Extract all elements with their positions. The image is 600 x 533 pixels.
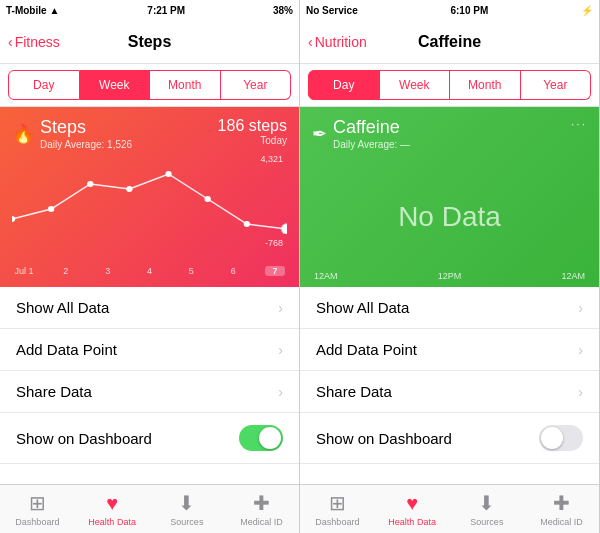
svg-point-1 — [48, 206, 54, 212]
time-label-start: 12AM — [314, 271, 338, 281]
add-data-point-right: › — [278, 342, 283, 358]
svg-point-3 — [126, 186, 132, 192]
add-data-point-label: Add Data Point — [16, 341, 117, 358]
medical-label-right: Medical ID — [540, 517, 583, 527]
caffeine-chart: ✒ Caffeine Daily Average: — ··· No Data … — [300, 107, 599, 287]
health-label-left: Health Data — [88, 517, 136, 527]
health-icon-right: ♥ — [406, 492, 418, 515]
status-right-right: ⚡ — [581, 5, 593, 16]
tab-day-left[interactable]: Day — [8, 70, 80, 100]
share-data-label: Share Data — [16, 383, 92, 400]
chart-max-label: 4,321 — [260, 154, 283, 164]
chart-value: 186 steps — [218, 117, 287, 135]
page-title-right: Caffeine — [418, 33, 481, 51]
tab-year-right[interactable]: Year — [521, 70, 592, 100]
page-title-left: Steps — [128, 33, 172, 51]
show-all-data-item-right[interactable]: Show All Data › — [300, 287, 599, 329]
bottom-tab-dashboard-right[interactable]: ⊞ Dashboard — [300, 485, 375, 533]
chart-min-label: -768 — [265, 238, 283, 248]
health-label-right: Health Data — [388, 517, 436, 527]
status-left: T-Mobile ▲ — [6, 5, 59, 16]
caffeine-title: Caffeine — [333, 117, 410, 138]
sources-icon-left: ⬇ — [178, 491, 195, 515]
caffeine-panel: No Service 6:10 PM ⚡ ‹ Nutrition Caffein… — [300, 0, 600, 533]
tab-week-left[interactable]: Week — [80, 70, 151, 100]
chart-value-area: 186 steps Today — [218, 117, 287, 146]
sources-icon-right: ⬇ — [478, 491, 495, 515]
status-right: 38% — [273, 5, 293, 16]
show-all-data-item-left[interactable]: Show All Data › — [0, 287, 299, 329]
dashboard-toggle-right[interactable] — [539, 425, 583, 451]
no-data-label: No Data — [312, 162, 587, 271]
time-label-mid: 12PM — [438, 271, 462, 281]
bottom-tab-sources-left[interactable]: ⬇ Sources — [150, 485, 225, 533]
back-button-right[interactable]: ‹ Nutrition — [308, 34, 367, 50]
signal-icon: ▲ — [50, 5, 60, 16]
nav-bar-right: ‹ Nutrition Caffeine — [300, 20, 599, 64]
chart-title: Steps — [40, 117, 132, 138]
x-label-6: 7 — [265, 266, 285, 276]
show-dashboard-item-left[interactable]: Show on Dashboard — [0, 413, 299, 464]
chevron-icon-r2: › — [578, 384, 583, 400]
svg-point-4 — [165, 171, 171, 177]
show-all-data-label: Show All Data — [16, 299, 109, 316]
caffeine-subtitle: Daily Average: — — [333, 139, 410, 150]
carrier-label: T-Mobile — [6, 5, 47, 16]
bottom-tab-health-right[interactable]: ♥ Health Data — [375, 485, 450, 533]
steps-chart: 🔥 Steps Daily Average: 1,526 186 steps T… — [0, 107, 299, 287]
svg-point-7 — [282, 224, 287, 234]
show-dashboard-item-right[interactable]: Show on Dashboard — [300, 413, 599, 464]
bottom-tab-medical-left[interactable]: ✚ Medical ID — [224, 485, 299, 533]
bottom-tab-bar-right: ⊞ Dashboard ♥ Health Data ⬇ Sources ✚ Me… — [300, 484, 599, 533]
bottom-tab-bar-left: ⊞ Dashboard ♥ Health Data ⬇ Sources ✚ Me… — [0, 484, 299, 533]
time-label: 7:21 PM — [147, 5, 185, 16]
tab-day-right[interactable]: Day — [308, 70, 380, 100]
svg-point-5 — [205, 196, 211, 202]
chevron-icon-r0: › — [578, 300, 583, 316]
more-icon[interactable]: ··· — [571, 117, 587, 131]
dashboard-label-right: Dashboard — [315, 517, 359, 527]
bottom-tab-sources-right[interactable]: ⬇ Sources — [450, 485, 525, 533]
x-label-2: 3 — [98, 266, 118, 276]
chart-subtitle: Daily Average: 1,526 — [40, 139, 132, 150]
status-bar-left: T-Mobile ▲ 7:21 PM 38% — [0, 0, 299, 20]
tab-month-left[interactable]: Month — [150, 70, 221, 100]
tab-bar-left: Day Week Month Year — [0, 64, 299, 107]
back-label: Fitness — [15, 34, 60, 50]
dashboard-label-left: Dashboard — [15, 517, 59, 527]
show-all-data-right-r: › — [578, 300, 583, 316]
share-data-right: › — [278, 384, 283, 400]
share-data-item-left[interactable]: Share Data › — [0, 371, 299, 413]
dashboard-icon-right: ⊞ — [329, 491, 346, 515]
svg-point-0 — [12, 216, 15, 222]
pill-icon: ✒ — [312, 123, 327, 145]
sources-label-left: Sources — [170, 517, 203, 527]
tab-week-right[interactable]: Week — [380, 70, 451, 100]
chevron-icon-1: › — [278, 342, 283, 358]
steps-panel: T-Mobile ▲ 7:21 PM 38% ‹ Fitness Steps D… — [0, 0, 300, 533]
x-label-1: 2 — [56, 266, 76, 276]
tab-month-right[interactable]: Month — [450, 70, 521, 100]
x-label-0: Jul 1 — [14, 266, 34, 276]
chevron-icon-r1: › — [578, 342, 583, 358]
bottom-tab-dashboard-left[interactable]: ⊞ Dashboard — [0, 485, 75, 533]
sources-label-right: Sources — [470, 517, 503, 527]
show-dashboard-label-right: Show on Dashboard — [316, 430, 452, 447]
chart-time-labels: 12AM 12PM 12AM — [312, 271, 587, 281]
time-label-end: 12AM — [561, 271, 585, 281]
dashboard-toggle-left[interactable] — [239, 425, 283, 451]
add-data-point-item-left[interactable]: Add Data Point › — [0, 329, 299, 371]
steps-line-chart — [12, 154, 287, 234]
back-chevron-icon-right: ‹ — [308, 34, 313, 50]
show-dashboard-label: Show on Dashboard — [16, 430, 152, 447]
bottom-tab-health-left[interactable]: ♥ Health Data — [75, 485, 150, 533]
menu-list-left: Show All Data › Add Data Point › Share D… — [0, 287, 299, 484]
add-data-point-label-right: Add Data Point — [316, 341, 417, 358]
tab-year-left[interactable]: Year — [221, 70, 292, 100]
x-label-4: 5 — [181, 266, 201, 276]
add-data-point-item-right[interactable]: Add Data Point › — [300, 329, 599, 371]
chart-header: 🔥 Steps Daily Average: 1,526 186 steps T… — [12, 117, 287, 150]
share-data-item-right[interactable]: Share Data › — [300, 371, 599, 413]
bottom-tab-medical-right[interactable]: ✚ Medical ID — [524, 485, 599, 533]
back-button-left[interactable]: ‹ Fitness — [8, 34, 60, 50]
